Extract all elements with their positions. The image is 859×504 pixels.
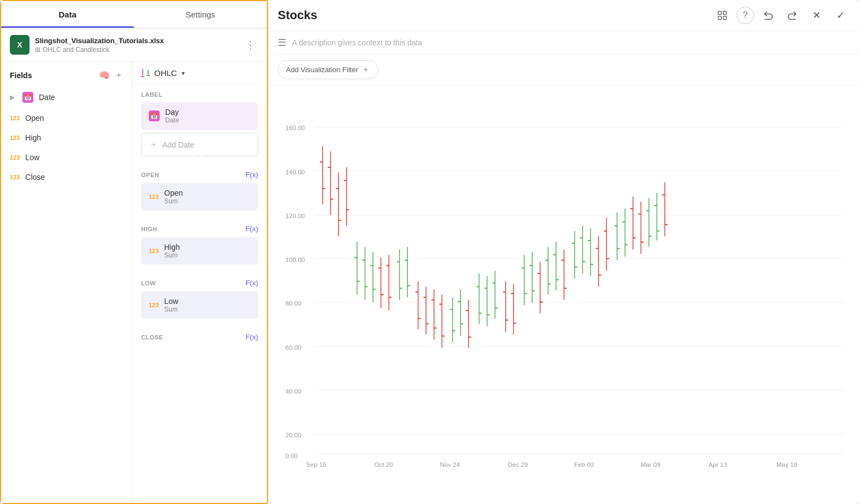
add-date-chip[interactable]: ＋ Add Date	[141, 133, 258, 156]
high-chip-content: High Sum	[164, 243, 250, 259]
toolbar-actions: ? ✕ ✓	[712, 5, 850, 25]
field-type-open: 123	[10, 115, 20, 121]
more-button[interactable]: ⋮	[243, 36, 258, 54]
low-field-chip[interactable]: 123 Low Sum	[141, 291, 258, 319]
fields-panel: Fields 🧠 ＋ ▶ 📅 Date 123 Open	[1, 62, 132, 503]
low-chip-icon: 123	[149, 302, 159, 308]
svg-text:Mar 09: Mar 09	[641, 461, 661, 468]
left-panel: Data Settings X Slingshot_Visualization_…	[0, 0, 268, 504]
svg-text:100.00: 100.00	[285, 256, 305, 263]
section-close: CLOSE F(x)	[132, 326, 267, 350]
label-chip-name: Day	[165, 108, 250, 116]
brain-icon[interactable]: 🧠	[99, 70, 110, 80]
close-fx-button[interactable]: F(x)	[246, 333, 258, 341]
svg-rect-3	[723, 16, 727, 20]
low-chip-sub: Sum	[164, 306, 250, 313]
high-chip-icon: 123	[149, 248, 159, 254]
open-fx-button[interactable]: F(x)	[246, 171, 258, 179]
open-section-title: OPEN	[141, 172, 159, 178]
label-field-chip[interactable]: 📅 Day Date	[141, 102, 258, 130]
chart-type-label: OHLC	[154, 68, 177, 78]
chart-title-input[interactable]	[278, 8, 706, 22]
field-item-date[interactable]: ▶ 📅 Date	[1, 86, 132, 108]
svg-text:Apr 13: Apr 13	[709, 461, 727, 468]
excel-icon: X	[10, 35, 30, 55]
label-chip-content: Day Date	[165, 108, 250, 124]
high-fx-button[interactable]: F(x)	[246, 225, 258, 233]
field-item-low[interactable]: 123 Low	[1, 148, 132, 167]
fields-header: Fields 🧠 ＋	[1, 62, 132, 86]
toolbar: ? ✕ ✓	[269, 0, 859, 31]
svg-text:40.00: 40.00	[285, 388, 302, 395]
svg-text:Dec 29: Dec 29	[508, 461, 528, 468]
section-label-title: LABEL	[141, 91, 258, 98]
open-chip-content: Open Sum	[164, 189, 250, 205]
field-name-open: Open	[25, 114, 44, 122]
svg-text:Sep 15: Sep 15	[306, 461, 326, 468]
add-date-label: Add Date	[162, 140, 194, 149]
high-section-header: HIGH F(x)	[141, 225, 258, 233]
field-name-date: Date	[39, 93, 55, 102]
fields-title: Fields	[10, 71, 95, 80]
filter-plus-icon: ＋	[361, 64, 370, 75]
description-placeholder[interactable]: A description gives context to this data	[292, 38, 422, 47]
table-icon: ⊞	[35, 46, 40, 54]
redo-button[interactable]	[782, 5, 802, 25]
svg-rect-0	[718, 11, 722, 15]
chart-type-header: OHLC ▾	[132, 62, 267, 85]
svg-text:Feb 02: Feb 02	[574, 461, 594, 468]
tab-bar: Data Settings	[1, 1, 267, 28]
svg-text:140.00: 140.00	[285, 168, 305, 175]
label-chip-sub: Date	[165, 116, 250, 124]
close-button[interactable]: ✕	[807, 5, 826, 25]
high-chip-name: High	[164, 243, 250, 251]
undo-button[interactable]	[758, 5, 778, 25]
file-name: Slingshot_Visualization_Tutorials.xlsx	[35, 37, 237, 45]
open-field-chip[interactable]: 123 Open Sum	[141, 183, 258, 210]
svg-text:0.00: 0.00	[285, 452, 298, 459]
section-low: LOW F(x) 123 Low Sum	[132, 272, 267, 326]
low-section-header: LOW F(x)	[141, 279, 258, 287]
svg-text:60.00: 60.00	[285, 344, 302, 351]
add-field-button[interactable]: ＋	[114, 69, 123, 81]
add-filter-button[interactable]: Add Visualization Filter ＋	[278, 60, 378, 79]
chart-area: 160.00 140.00 120.00 100.00 80.00 60.00 …	[269, 85, 859, 504]
section-open: OPEN F(x) 123 Open Sum	[132, 164, 267, 218]
svg-text:Oct 20: Oct 20	[374, 461, 393, 468]
low-chip-content: Low Sum	[164, 297, 250, 313]
confirm-button[interactable]: ✓	[831, 5, 850, 25]
file-sheet: ⊞ OHLC and Candlestick	[35, 46, 237, 54]
tab-settings[interactable]: Settings	[134, 1, 267, 28]
field-name-high: High	[25, 133, 41, 142]
section-label: LABEL 📅 Day Date ＋ Add Date	[132, 85, 267, 164]
field-name-close: Close	[25, 173, 45, 181]
field-type-low: 123	[10, 154, 20, 161]
high-field-chip[interactable]: 123 High Sum	[141, 237, 258, 265]
file-details: Slingshot_Visualization_Tutorials.xlsx ⊞…	[35, 37, 237, 54]
calendar-icon: 📅	[22, 92, 33, 103]
field-type-close: 123	[10, 174, 20, 180]
field-name-low: Low	[25, 153, 39, 162]
tab-data[interactable]: Data	[1, 1, 134, 28]
svg-text:80.00: 80.00	[285, 300, 302, 307]
date-chip-icon: 📅	[149, 110, 160, 121]
field-item-close[interactable]: 123 Close	[1, 167, 132, 187]
filter-label: Add Visualization Filter	[286, 66, 358, 74]
close-section-header: CLOSE F(x)	[141, 333, 258, 341]
ohlc-chart-icon	[141, 69, 150, 77]
filter-bar: Add Visualization Filter ＋	[269, 55, 859, 85]
high-section-title: HIGH	[141, 226, 157, 232]
grid-button[interactable]	[712, 5, 732, 25]
field-item-high[interactable]: 123 High	[1, 128, 132, 148]
chart-type-dropdown[interactable]: ▾	[182, 69, 185, 77]
help-button[interactable]: ?	[737, 7, 754, 24]
field-item-open[interactable]: 123 Open	[1, 108, 132, 128]
open-chip-sub: Sum	[164, 197, 250, 205]
section-high: HIGH F(x) 123 High Sum	[132, 218, 267, 272]
svg-text:160.00: 160.00	[285, 124, 305, 131]
svg-text:120.00: 120.00	[285, 212, 305, 219]
low-chip-name: Low	[164, 297, 250, 306]
right-panel: ? ✕ ✓	[269, 0, 859, 504]
close-section-title: CLOSE	[141, 334, 163, 341]
low-fx-button[interactable]: F(x)	[246, 279, 258, 287]
